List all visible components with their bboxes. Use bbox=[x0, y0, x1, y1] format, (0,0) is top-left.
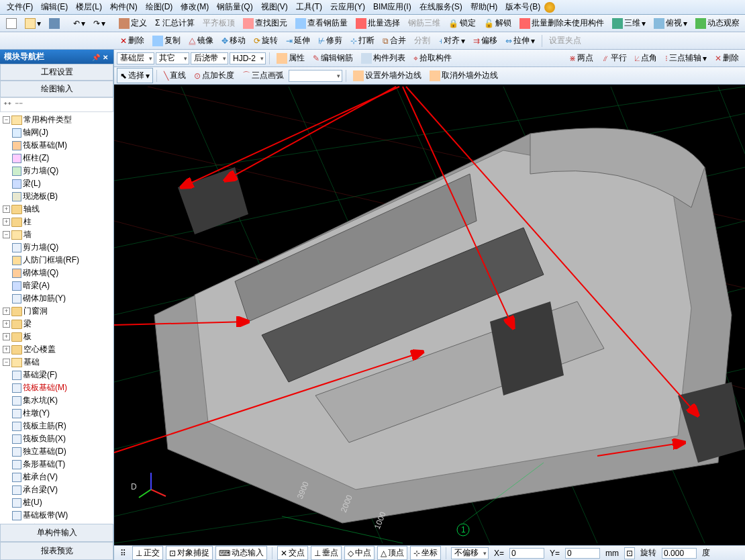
top-view-button[interactable]: 俯视▾ bbox=[650, 15, 691, 31]
pick-element-button[interactable]: ⌖拾取构件 bbox=[410, 50, 455, 66]
ptang-button[interactable]: ⟀点角 bbox=[632, 50, 660, 66]
unlock-button[interactable]: 🔓解锁 bbox=[481, 15, 515, 31]
mirror-button[interactable]: ⧋镜像 bbox=[185, 33, 217, 48]
line-tool[interactable]: ╲直线 bbox=[160, 68, 189, 83]
element-list-button[interactable]: 构件列表 bbox=[358, 50, 409, 66]
offset-mode[interactable]: 不偏移 bbox=[451, 547, 489, 559]
set-grip-button[interactable]: 设置夹点 bbox=[546, 33, 585, 48]
menu-tool[interactable]: 工具(T) bbox=[292, 0, 326, 14]
tree-opening[interactable]: +门窗洞 bbox=[1, 305, 112, 318]
split-button[interactable]: 分割 bbox=[411, 33, 434, 48]
tree-item-raftmain[interactable]: 筏板主筋(R) bbox=[1, 420, 112, 432]
offset-button[interactable]: ⇉偏移 bbox=[470, 33, 501, 48]
expand-toggle[interactable]: + bbox=[3, 218, 10, 226]
open-file-button[interactable]: ▾ bbox=[21, 16, 44, 31]
ortho-toggle[interactable]: ⊥正交 bbox=[132, 546, 163, 560]
menu-element[interactable]: 构件(N) bbox=[106, 0, 142, 14]
batch-delete-button[interactable]: 批量删除未使用构件 bbox=[516, 15, 607, 31]
batch-select-button[interactable]: 批量选择 bbox=[352, 15, 403, 31]
tree-item-pile[interactable]: 桩(U) bbox=[1, 496, 112, 509]
tree-item-fbeam[interactable]: 基础梁(F) bbox=[1, 369, 112, 381]
close-panel-icon[interactable]: ✕ bbox=[101, 54, 109, 61]
undo-button[interactable]: ↶▾ bbox=[70, 17, 89, 30]
expand-toggle[interactable]: + bbox=[3, 333, 10, 340]
break-button[interactable]: ⊹打断 bbox=[347, 33, 378, 48]
coord-toggle[interactable]: ⊹坐标 bbox=[410, 546, 441, 560]
tree-root[interactable]: −常用构件类型 bbox=[1, 113, 112, 126]
tree-item-raft[interactable]: 筏板基础(M) bbox=[1, 139, 112, 152]
properties-button[interactable]: 属性 bbox=[273, 50, 308, 66]
menu-draw[interactable]: 绘图(D) bbox=[142, 0, 177, 14]
extend-button[interactable]: ⇥延伸 bbox=[283, 33, 313, 48]
copy-button[interactable]: 复制 bbox=[149, 33, 184, 48]
tree-item-shearwall[interactable]: 剪力墙(Q) bbox=[1, 165, 112, 177]
menu-view[interactable]: 视图(V) bbox=[257, 0, 292, 14]
find-element-button[interactable]: 查找图元 bbox=[240, 15, 291, 31]
cancel-outer-button[interactable]: 取消外墙外边线 bbox=[426, 68, 501, 83]
tree-item-beam[interactable]: 梁(L) bbox=[1, 177, 112, 190]
menu-edit[interactable]: 编辑(E) bbox=[37, 0, 72, 14]
rotate-button[interactable]: ⟳旋转 bbox=[250, 33, 281, 48]
collapse-toggle[interactable]: − bbox=[3, 231, 10, 238]
menu-bim[interactable]: BIM应用(I) bbox=[369, 0, 415, 14]
tree-collapse-icon[interactable]: ⁻⁻ bbox=[13, 99, 24, 110]
menu-modify[interactable]: 修改(M) bbox=[177, 0, 213, 14]
lock-coord[interactable]: ⊡ bbox=[624, 547, 635, 559]
tree-item-column[interactable]: 框柱(Z) bbox=[1, 152, 112, 165]
3d-button[interactable]: 三维▾ bbox=[609, 15, 649, 31]
report-preview-btn[interactable]: 报表预览 bbox=[0, 542, 113, 560]
tree-item-slab[interactable]: 现浇板(B) bbox=[1, 190, 112, 203]
twopt-button[interactable]: ⋇两点 bbox=[566, 50, 597, 66]
tree-hollow[interactable]: +空心楼盖 bbox=[1, 343, 112, 356]
expand-toggle[interactable]: + bbox=[3, 346, 10, 353]
expand-toggle[interactable]: + bbox=[3, 320, 10, 328]
rotate-input[interactable] bbox=[662, 548, 697, 559]
tree-axis[interactable]: +轴线 bbox=[1, 203, 112, 216]
expand-toggle[interactable]: + bbox=[3, 205, 10, 213]
merge-button[interactable]: ⧉合并 bbox=[379, 33, 409, 48]
select-tool[interactable]: ⬉选择▾ bbox=[117, 68, 153, 83]
tree-column[interactable]: +柱 bbox=[1, 216, 112, 228]
menu-cloud[interactable]: 云应用(Y) bbox=[326, 0, 369, 14]
redo-button[interactable]: ↷▾ bbox=[90, 17, 109, 30]
handle-icon[interactable]: ⠿ bbox=[117, 547, 130, 560]
threearc-tool[interactable]: ⌒三点画弧 bbox=[239, 68, 287, 83]
tree-item-raft2[interactable]: 筏板基础(M) bbox=[1, 381, 112, 394]
threeptaux-button[interactable]: ⁝三点辅轴▾ bbox=[662, 50, 710, 66]
delete-aux-button[interactable]: ✕删除 bbox=[711, 50, 742, 66]
element-select[interactable]: 后浇带 bbox=[191, 52, 228, 64]
set-outer-button[interactable]: 设置外墙外边线 bbox=[350, 68, 425, 83]
intersect-toggle[interactable]: ✕交点 bbox=[277, 546, 308, 560]
expand-toggle[interactable]: + bbox=[3, 308, 10, 315]
tree-item-stripfoot[interactable]: 条形基础(T) bbox=[1, 458, 112, 471]
top-toggle[interactable]: △顶点 bbox=[377, 546, 407, 560]
category-select[interactable]: 其它 bbox=[156, 52, 189, 64]
y-input[interactable] bbox=[565, 548, 600, 559]
tree-item-sump[interactable]: 集水坑(K) bbox=[1, 394, 112, 407]
parallel-button[interactable]: ⫽平行 bbox=[598, 50, 630, 66]
tree-expand-icon[interactable]: ⁺⁺ bbox=[2, 99, 13, 110]
menu-rebar[interactable]: 钢筋量(Q) bbox=[213, 0, 256, 14]
view-rebar-button[interactable]: 查看钢筋量 bbox=[292, 15, 351, 31]
tree-item-masonryrebar[interactable]: 砌体加筋(Y) bbox=[1, 292, 112, 305]
flat-slab-button[interactable]: 平齐板顶 bbox=[199, 15, 238, 31]
tree-item-isofoot[interactable]: 独立基础(D) bbox=[1, 445, 112, 458]
ptlen-tool[interactable]: ⊙点加长度 bbox=[191, 68, 238, 83]
tree-item-pier[interactable]: 柱墩(Y) bbox=[1, 407, 112, 420]
dyninput-toggle[interactable]: ⌨动态输入 bbox=[215, 546, 267, 560]
edit-rebar-button[interactable]: ✎编辑钢筋 bbox=[309, 50, 356, 66]
sum-button[interactable]: Σ 汇总计算 bbox=[152, 15, 198, 31]
tab-draw-input[interactable]: 绘图输入 bbox=[0, 81, 113, 97]
tree-item-axis-grid[interactable]: 轴网(J) bbox=[1, 126, 112, 139]
tree-item-raftneg[interactable]: 筏板负筋(X) bbox=[1, 432, 112, 445]
3d-viewport[interactable]: D 3900 2000 1000 1 bbox=[114, 85, 745, 545]
tree-item-protectwall[interactable]: 人防门框墙(RF) bbox=[1, 254, 112, 267]
save-button[interactable] bbox=[46, 16, 63, 31]
delete-button[interactable]: ✕删除 bbox=[117, 33, 148, 48]
tree-foundation[interactable]: −基础 bbox=[1, 356, 112, 369]
x-input[interactable] bbox=[509, 548, 544, 559]
align-button[interactable]: ⫞对齐▾ bbox=[435, 33, 468, 48]
dynamic-view-button[interactable]: 动态观察 bbox=[692, 15, 743, 31]
single-element-btn[interactable]: 单构件输入 bbox=[0, 524, 113, 542]
tree-item-capbeam[interactable]: 承台梁(V) bbox=[1, 483, 112, 496]
